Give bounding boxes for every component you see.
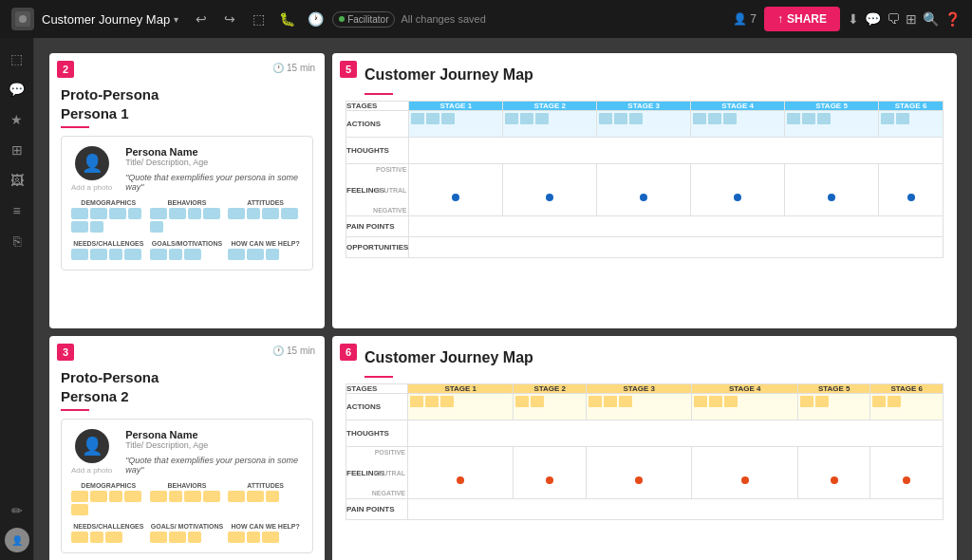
- card-5: 5 Customer Journey Map STAGES STAGE 1 ST…: [332, 53, 957, 328]
- sticky: [184, 491, 201, 502]
- svg-point-1: [19, 15, 27, 23]
- share-button[interactable]: ↑ SHARE: [764, 7, 840, 31]
- frame-button[interactable]: ⬚: [247, 8, 270, 30]
- sidebar-item-comments[interactable]: 💬: [4, 76, 30, 103]
- bug-button[interactable]: 🐛: [275, 8, 298, 30]
- facilitator-badge[interactable]: Facilitator: [332, 11, 395, 28]
- sidebar-bottom: ✏ 👤: [4, 497, 30, 552]
- actions-row-5: ACTIONS: [346, 111, 944, 138]
- sticky: [71, 504, 88, 515]
- divider-5: [364, 93, 393, 95]
- sticky: [109, 208, 126, 219]
- sidebar-item-favorites[interactable]: ★: [4, 106, 30, 133]
- sticky: [71, 249, 88, 260]
- needs-stickies: [71, 249, 146, 260]
- sticky: [228, 491, 245, 502]
- comment-icon[interactable]: 💬: [865, 11, 881, 27]
- sticky: [105, 532, 122, 543]
- persona-1-info: Persona Name Title/ Description, Age "Qu…: [125, 146, 303, 192]
- sticky: [169, 249, 182, 260]
- pain-row-6: PAIN POINTS: [346, 499, 944, 520]
- sticky: [128, 208, 141, 219]
- sticky: [169, 208, 186, 219]
- behaviors-col: BEHAVIORS: [150, 199, 225, 233]
- sticky: [247, 208, 260, 219]
- card-3: 3 🕐 15 min Proto-Persona Persona 2 👤 Add…: [49, 336, 325, 560]
- clock-icon-2: 🕐: [272, 63, 284, 73]
- attitudes-stickies-2: [228, 491, 303, 502]
- save-status: All changes saved: [401, 13, 485, 25]
- card-number-6: 6: [340, 344, 357, 361]
- table-icon[interactable]: ⊞: [906, 11, 917, 27]
- timer-badge-3: 🕐 15 min: [272, 345, 315, 356]
- sticky: [247, 532, 260, 543]
- sidebar-item-apps[interactable]: ⊞: [4, 137, 30, 163]
- journey-6-table: STAGES STAGE 1 STAGE 2 STAGE 3 STAGE 4 S…: [346, 383, 944, 520]
- download-icon[interactable]: ⬇: [848, 11, 859, 27]
- persona-2-heading: Proto-Persona Persona 2: [61, 368, 313, 405]
- sticky: [228, 532, 245, 543]
- card-number-3: 3: [57, 344, 74, 361]
- journey-5-title: Customer Journey Map: [364, 66, 944, 84]
- document-title[interactable]: Customer Journey Map ▾: [42, 12, 178, 27]
- actions-row-6: ACTIONS: [346, 394, 944, 420]
- journey-5-table: STAGES STAGE 1 STAGE 2 STAGE 3 STAGE 4 S…: [346, 101, 944, 258]
- behaviors-stickies: [150, 208, 225, 233]
- card-number-5: 5: [340, 61, 357, 78]
- sticky: [266, 491, 279, 502]
- sidebar-item-pages[interactable]: ≡: [4, 197, 30, 224]
- opp-row-5: OPPORTUNITIES: [346, 237, 944, 258]
- redo-button[interactable]: ↪: [218, 8, 241, 30]
- sticky: [71, 491, 88, 502]
- behaviors-col-2: BEHAVIORS: [150, 482, 225, 515]
- main-layout: ⬚ 💬 ★ ⊞ 🖼 ≡ ⎘ ✏ 👤 2 🕐 15 min Proto-Perso…: [0, 38, 972, 560]
- sticky: [124, 491, 141, 502]
- sticky: [90, 532, 103, 543]
- clock-icon-3: 🕐: [272, 345, 284, 356]
- sticky: [90, 249, 107, 260]
- sticky: [90, 208, 107, 219]
- demographics-stickies-2: [71, 491, 146, 515]
- avatar[interactable]: 👤: [5, 528, 29, 552]
- persona-2-grid-bottom: NEEDS/CHALLENGES GOALS/ MOTIVATIONS: [71, 523, 303, 543]
- demographics-col-2: DEMOGRAPHICS: [71, 482, 146, 515]
- app-logo[interactable]: [11, 8, 34, 30]
- facilitator-status-dot: [339, 16, 345, 22]
- stages-row-6: STAGES STAGE 1 STAGE 2 STAGE 3 STAGE 4 S…: [346, 384, 944, 394]
- sidebar-item-copy[interactable]: ⎘: [4, 228, 30, 254]
- goals-stickies-2: [150, 532, 225, 543]
- timer-badge-2: 🕐 15 min: [272, 63, 315, 73]
- sticky: [169, 491, 182, 502]
- persona-1-inner: 👤 Add a photo Persona Name Title/ Descri…: [61, 136, 313, 271]
- help-stickies-2: [228, 532, 303, 543]
- demographics-stickies: [71, 208, 146, 233]
- sticky: [184, 249, 201, 260]
- chat-icon[interactable]: 🗨: [887, 11, 900, 27]
- canvas: 2 🕐 15 min Proto-Persona Persona 1 👤 Add…: [34, 38, 972, 560]
- timer-button[interactable]: 🕐: [304, 8, 327, 30]
- help-stickies: [228, 249, 303, 260]
- sidebar-item-frames[interactable]: ⬚: [4, 46, 30, 72]
- undo-button[interactable]: ↩: [190, 8, 213, 30]
- add-photo-2: Add a photo: [71, 466, 112, 475]
- sticky: [71, 532, 88, 543]
- sidebar-item-draw[interactable]: ✏: [4, 497, 30, 524]
- card-2: 2 🕐 15 min Proto-Persona Persona 1 👤 Add…: [49, 53, 325, 328]
- behaviors-stickies-2: [150, 491, 225, 502]
- sticky: [109, 249, 122, 260]
- sticky: [203, 491, 220, 502]
- users-count[interactable]: 👤 7: [733, 12, 757, 26]
- persona-2-avatar: 👤: [75, 429, 109, 463]
- topbar-right: 👤 7 ↑ SHARE ⬇ 💬 🗨 ⊞ 🔍 ❓: [733, 7, 961, 31]
- help-col: HOW CAN WE HELP?: [228, 240, 303, 260]
- sticky: [169, 532, 186, 543]
- user-icon: 👤: [733, 12, 747, 26]
- persona-2-inner: 👤 Add a photo Persona Name Title/ Descri…: [61, 419, 313, 553]
- sidebar-item-images[interactable]: 🖼: [4, 167, 30, 194]
- sticky: [262, 208, 279, 219]
- zoom-icon[interactable]: 🔍: [923, 11, 939, 27]
- demographics-col: DEMOGRAPHICS: [71, 199, 146, 233]
- topbar-actions: ↩ ↪ ⬚ 🐛 🕐 Facilitator All changes saved: [190, 8, 486, 30]
- help-icon[interactable]: ❓: [944, 11, 961, 27]
- sticky: [150, 221, 163, 233]
